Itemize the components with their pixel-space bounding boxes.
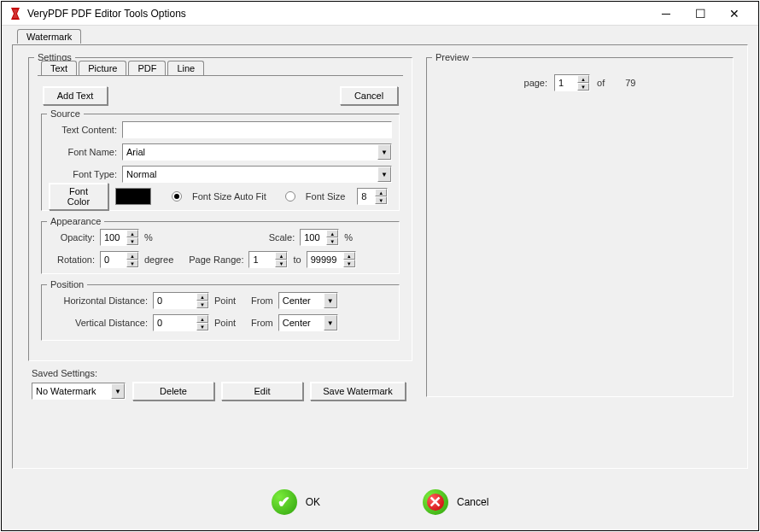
window-title: VeryPDF PDF Editor Tools Options <box>27 8 649 20</box>
font-type-combo[interactable]: Normal ▼ <box>122 166 392 183</box>
preview-total: 79 <box>625 78 635 88</box>
cancel-icon: ✕ <box>423 489 448 515</box>
subtab-line[interactable]: Line <box>167 61 204 75</box>
opacity-label: Opacity: <box>49 232 95 243</box>
scale-spin[interactable]: ▲▼ <box>300 229 339 246</box>
font-name-label: Font Name: <box>49 147 122 157</box>
text-content-input[interactable] <box>122 121 392 138</box>
font-color-button[interactable]: Font Color <box>49 183 108 210</box>
add-text-button[interactable]: Add Text <box>43 86 108 105</box>
chevron-down-icon[interactable]: ▼ <box>324 293 337 308</box>
saved-settings-label: Saved Settings: <box>32 368 97 378</box>
rotation-label: Rotation: <box>49 254 95 265</box>
subtab-text[interactable]: Text <box>41 61 77 75</box>
appearance-legend: Appearance <box>47 216 104 226</box>
ok-button[interactable]: ✔ OK <box>272 489 320 515</box>
font-size-label: Font Size <box>306 191 345 202</box>
preview-group: Preview page: ▲▼ of 79 <box>426 52 734 397</box>
page-range-label: Page Range: <box>189 254 243 265</box>
page-to-spin[interactable]: ▲▼ <box>307 251 356 268</box>
close-button[interactable]: ✕ <box>717 3 751 24</box>
chevron-down-icon[interactable]: ▼ <box>111 383 125 399</box>
font-size-radio[interactable] <box>285 191 295 202</box>
page-from-spin[interactable]: ▲▼ <box>248 251 288 268</box>
delete-button[interactable]: Delete <box>132 382 214 400</box>
subtab-pdf[interactable]: PDF <box>128 61 166 75</box>
save-watermark-button[interactable]: Save Watermark <box>310 382 406 400</box>
rotation-spin[interactable]: ▲▼ <box>100 251 139 268</box>
source-group: Source Text Content: Font Name: Arial ▼ <box>41 108 400 211</box>
hdist-label: Horizontal Distance: <box>49 295 148 306</box>
chevron-down-icon[interactable]: ▼ <box>377 167 391 182</box>
font-type-label: Font Type: <box>49 169 122 179</box>
font-size-autofit-label: Font Size Auto Fit <box>192 191 266 202</box>
edit-button[interactable]: Edit <box>221 382 303 400</box>
subtab-picture[interactable]: Picture <box>79 61 126 75</box>
saved-settings-combo[interactable]: No Watermark ▼ <box>32 383 126 400</box>
appearance-group: Appearance Opacity: ▲▼ % Scale: <box>41 216 400 274</box>
hfrom-combo[interactable]: Center ▼ <box>278 292 338 309</box>
page-label: page: <box>524 78 548 88</box>
font-name-combo[interactable]: Arial ▼ <box>122 143 392 161</box>
chevron-down-icon[interactable]: ▼ <box>377 144 391 160</box>
position-legend: Position <box>47 279 87 289</box>
app-icon <box>9 7 22 20</box>
cancel-button[interactable]: ✕ Cancel <box>423 489 488 515</box>
position-group: Position Horizontal Distance: ▲▼ Point F… <box>41 279 400 341</box>
titlebar: VeryPDF PDF Editor Tools Options ─ ☐ ✕ <box>2 2 758 26</box>
check-icon: ✔ <box>272 489 297 515</box>
preview-legend: Preview <box>432 52 472 62</box>
source-legend: Source <box>47 108 84 119</box>
chevron-down-icon[interactable]: ▼ <box>324 315 337 330</box>
minimize-button[interactable]: ─ <box>649 3 683 24</box>
font-size-spin[interactable]: ▲▼ <box>357 188 388 205</box>
vdist-label: Vertical Distance: <box>49 318 148 328</box>
vfrom-combo[interactable]: Center ▼ <box>278 314 338 331</box>
scale-label: Scale: <box>269 232 295 243</box>
maximize-button[interactable]: ☐ <box>683 3 717 24</box>
font-size-autofit-radio[interactable] <box>172 191 182 202</box>
font-color-swatch[interactable] <box>115 188 151 205</box>
opacity-spin[interactable]: ▲▼ <box>100 229 139 246</box>
cancel-text-button[interactable]: Cancel <box>340 86 398 105</box>
hdist-spin[interactable]: ▲▼ <box>153 292 209 309</box>
tab-watermark[interactable]: Watermark <box>17 29 81 44</box>
text-content-label: Text Content: <box>49 125 122 135</box>
settings-group: Settings Text Picture PDF Line Add Text … <box>28 52 412 361</box>
vdist-spin[interactable]: ▲▼ <box>153 314 209 331</box>
preview-page-spin[interactable]: ▲▼ <box>554 74 590 91</box>
